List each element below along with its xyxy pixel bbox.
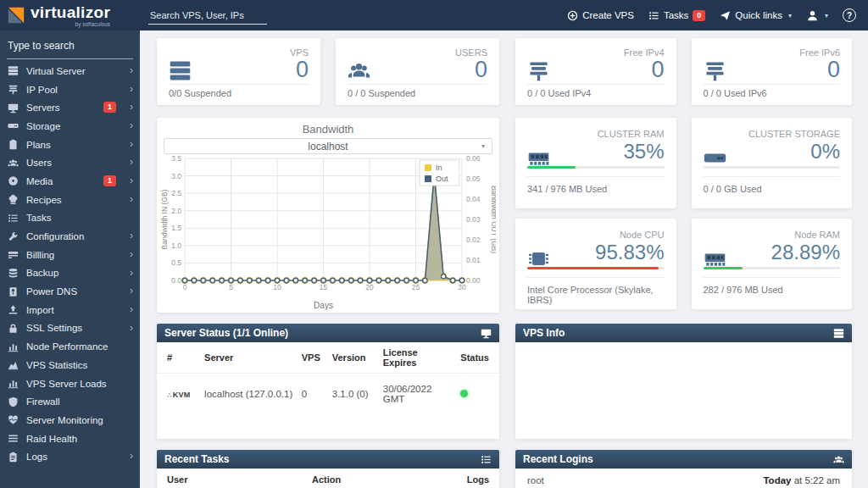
sidebar-item-logs[interactable]: Logs ›	[0, 447, 140, 466]
drive-icon	[8, 120, 19, 131]
gauge-card-footer: 282 / 976 MB Used	[704, 285, 783, 295]
sidebar-item-firewall[interactable]: Firewall	[0, 392, 140, 411]
sidebar-item-power-dns[interactable]: Power DNS ›	[0, 282, 140, 301]
sidebar-item-tasks[interactable]: Tasks	[0, 209, 140, 228]
raid-lines-icon	[8, 433, 19, 444]
help-button[interactable]: ?	[843, 8, 856, 22]
sidebar-item-storage[interactable]: Storage ›	[0, 117, 140, 136]
col-license: License Expires	[380, 342, 458, 374]
gauge-card-footer: 0 / 0 GB Used	[704, 184, 762, 194]
area-chart-icon	[8, 359, 19, 370]
progress-fill	[704, 267, 743, 269]
chevron-right-icon: ›	[130, 119, 133, 131]
bandwidth-title: Bandwidth	[157, 118, 499, 136]
bandwidth-server-select[interactable]: localhost ▾	[164, 138, 492, 154]
chevron-down-icon: ▾	[788, 12, 792, 19]
divider	[169, 84, 309, 85]
ip-pool-icon	[8, 84, 19, 95]
progress-fill	[527, 267, 659, 269]
logo-text: virtualizor	[31, 4, 110, 20]
col-user: User	[167, 474, 312, 485]
table-row[interactable]: KVM localhost (127.0.0.1) 0 3.1.0 (0) 30…	[157, 374, 499, 415]
vps-info-title: VPS Info	[523, 327, 565, 339]
gauge-card-footer: Intel Core Processor (Skylake, IBRS)	[527, 285, 676, 305]
bar-chart-icon	[8, 341, 19, 352]
chevron-right-icon: ›	[130, 175, 133, 186]
sidebar-item-node-performance[interactable]: Node Performance	[0, 337, 140, 356]
svg-text:2.0: 2.0	[171, 207, 181, 215]
sidebar-item-ip-pool[interactable]: IP Pool ›	[0, 80, 140, 99]
server-name[interactable]: localhost (127.0.0.1)	[201, 374, 298, 415]
stat-card-value: 0	[827, 58, 840, 81]
tasks-button[interactable]: Tasks 0	[648, 10, 705, 21]
sidebar-item-plans[interactable]: Plans ›	[0, 136, 140, 154]
task-list-icon	[8, 213, 19, 224]
progress-track	[704, 166, 841, 169]
sidebar-search-input[interactable]	[7, 37, 133, 59]
svg-text:In: In	[436, 164, 442, 172]
sidebar-item-server-monitoring[interactable]: Server Monitoring	[0, 411, 140, 430]
sidebar-item-label: Raid Health	[26, 434, 77, 444]
wrench-icon	[8, 231, 19, 242]
sidebar-item-label: Power DNS	[26, 286, 77, 297]
sidebar-item-raid-health[interactable]: Raid Health	[0, 430, 140, 448]
sidebar-item-label: Billling	[26, 250, 54, 260]
chevron-right-icon: ›	[130, 138, 133, 150]
logs-clipboard-icon	[8, 452, 19, 463]
logo[interactable]: virtualizor by softaculous	[0, 4, 140, 27]
divider	[704, 176, 841, 177]
recent-logins-panel: Recent Logins root Today at 5:22 am	[515, 450, 852, 488]
stat-card-users: USERS 0 0 / 0 Suspended	[336, 38, 499, 105]
sidebar-item-label: Server Monitoring	[26, 415, 103, 425]
chevron-right-icon: ›	[130, 303, 133, 315]
billing-icon	[8, 249, 19, 260]
svg-text:0.04: 0.04	[466, 195, 481, 203]
gauge-card-title: Node RAM	[794, 230, 840, 240]
sidebar-item-import[interactable]: Import ›	[0, 301, 140, 319]
sidebar-item-billling[interactable]: Billling ›	[0, 246, 140, 264]
chevron-down-icon: ▾	[825, 12, 828, 19]
sidebar-item-label: VPS Server Loads	[26, 379, 107, 389]
divider	[704, 84, 841, 85]
chevron-right-icon: ›	[130, 230, 133, 241]
create-vps-button[interactable]: Create VPS	[567, 10, 634, 21]
tasks-label: Tasks	[664, 10, 688, 20]
sidebar-item-label: Servers	[26, 103, 60, 113]
chevron-right-icon: ›	[130, 101, 133, 113]
sidebar-item-ssl-settings[interactable]: SSL Settings ›	[0, 319, 140, 338]
svg-text:0.02: 0.02	[466, 236, 481, 244]
kvm-logo: KVM	[167, 391, 190, 399]
sidebar-item-recipes[interactable]: Recipes ›	[0, 191, 140, 209]
svg-text:Bandwidth OUT (GB): Bandwidth OUT (GB)	[490, 186, 496, 253]
dns-doc-icon	[8, 286, 19, 297]
quick-links-menu[interactable]: Quick links ▾	[720, 10, 792, 21]
topbar: virtualizor by softaculous Create VPS Ta…	[0, 0, 868, 30]
ip-pool-icon	[527, 59, 550, 82]
sidebar-item-configuration[interactable]: Configuration ›	[0, 227, 140, 246]
server-status-title: Server Status (1/1 Online)	[164, 327, 288, 339]
sidebar-item-virtual-server[interactable]: Virtual Server ›	[0, 62, 140, 80]
stat-card-footer: 0 / 0 Suspended	[348, 88, 415, 98]
sidebar-item-backup[interactable]: Backup ›	[0, 264, 140, 283]
virtualizor-logo-icon	[7, 6, 25, 25]
progress-track	[527, 267, 665, 269]
sidebar-item-servers[interactable]: Servers 1 ›	[0, 98, 140, 117]
paper-plane-icon	[720, 10, 731, 21]
svg-text:Out: Out	[436, 175, 448, 183]
account-menu[interactable]: ▾	[806, 9, 828, 22]
server-license: 30/06/2022 GMT	[380, 374, 458, 415]
sidebar-item-label: Storage	[26, 121, 60, 131]
progress-track	[704, 267, 841, 269]
login-time: Today at 5:22 am	[763, 475, 840, 485]
sidebar-item-users[interactable]: Users ›	[0, 153, 140, 172]
svg-text:2.5: 2.5	[171, 189, 181, 197]
logo-subtext: by softaculous	[31, 21, 110, 27]
svg-text:1.0: 1.0	[171, 241, 181, 250]
server-stack-icon	[833, 328, 844, 339]
sidebar-item-vps-statistics[interactable]: VPS Statistics	[0, 356, 140, 374]
global-search-input[interactable]	[148, 7, 267, 25]
sidebar-item-vps-server-loads[interactable]: VPS Server Loads	[0, 374, 140, 393]
sidebar-item-media[interactable]: Media 1 ›	[0, 172, 140, 191]
sidebar-item-label: Backup	[26, 268, 58, 278]
svg-text:15: 15	[320, 283, 328, 291]
